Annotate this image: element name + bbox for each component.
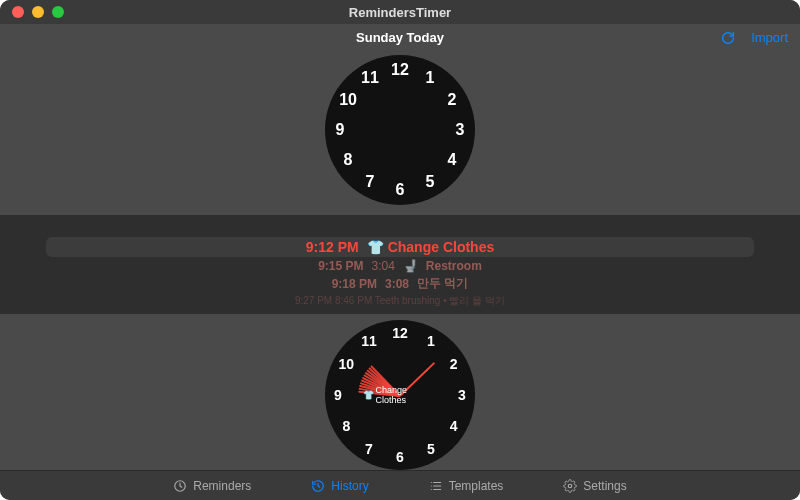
clock-number: 3: [458, 387, 466, 403]
event-time: 9:15 PM: [318, 259, 363, 273]
event-time: 9:18 PM: [332, 277, 377, 291]
top-clock: 121234567891011: [325, 55, 475, 205]
clock-number: 3: [456, 121, 465, 139]
event-row[interactable]: 9:18 PM 3:08 만두 먹기: [332, 275, 469, 292]
event-label: 만두 먹기: [417, 275, 468, 292]
minimize-icon[interactable]: [32, 6, 44, 18]
clock-number: 12: [392, 325, 408, 341]
clock-number: 1: [426, 69, 435, 87]
clock-number: 12: [391, 61, 409, 79]
history-icon: [311, 479, 325, 493]
bottom-clock-wrap: 121234567891011 👕 Change Clothes: [0, 314, 800, 470]
titlebar: RemindersTimer: [0, 0, 800, 24]
clock-number: 5: [426, 173, 435, 191]
event-label: Change Clothes: [388, 239, 495, 255]
clock-number: 4: [450, 418, 458, 434]
close-icon[interactable]: [12, 6, 24, 18]
nav-settings[interactable]: Settings: [563, 479, 626, 493]
clock-number: 10: [339, 91, 357, 109]
center-text: Change Clothes: [376, 385, 438, 405]
top-clock-wrap: 121234567891011: [0, 51, 800, 215]
clock-number: 1: [427, 333, 435, 349]
import-button[interactable]: Import: [751, 30, 788, 45]
restroom-icon: 🚽: [403, 259, 418, 273]
nav-reminders[interactable]: Reminders: [173, 479, 251, 493]
clock-number: 2: [448, 91, 457, 109]
window-title: RemindersTimer: [0, 5, 800, 20]
svg-point-1: [569, 484, 573, 488]
traffic-lights: [0, 6, 64, 18]
clock-number: 5: [427, 441, 435, 457]
content-area: Sunday Today Import 121234567891011 9:12…: [0, 24, 800, 500]
event-row-primary[interactable]: 9:12 PM 👕 Change Clothes: [46, 237, 755, 257]
event-label: 9:27 PM 8:46 PM Teeth brushing • 빨리 물 먹기: [295, 294, 505, 308]
bottom-nav: Reminders History Templates Settings: [0, 470, 800, 500]
nav-label: Templates: [449, 479, 504, 493]
list-icon: [429, 479, 443, 493]
clock-number: 10: [339, 356, 355, 372]
gear-icon: [563, 479, 577, 493]
clock-icon: [173, 479, 187, 493]
shirt-icon: 👕: [367, 239, 384, 255]
event-duration: 3:04: [371, 259, 394, 273]
nav-label: Reminders: [193, 479, 251, 493]
header-actions: Import: [719, 29, 788, 47]
refresh-icon: [720, 30, 736, 46]
clock-number: 4: [448, 151, 457, 169]
clock-number: 9: [334, 387, 342, 403]
event-row-faded: 9:27 PM 8:46 PM Teeth brushing • 빨리 물 먹기: [295, 294, 505, 308]
shirt-icon: 👕: [363, 390, 374, 400]
middle-band: 9:12 PM 👕 Change Clothes 9:15 PM 3:04 🚽 …: [0, 215, 800, 314]
nav-templates[interactable]: Templates: [429, 479, 504, 493]
event-row[interactable]: 9:15 PM 3:04 🚽 Restroom: [318, 259, 482, 273]
clock-number: 7: [365, 441, 373, 457]
clock-center-label: 👕 Change Clothes: [363, 385, 438, 405]
header-row: Sunday Today Import: [0, 24, 800, 51]
clock-number: 6: [396, 449, 404, 465]
clock-number: 7: [366, 173, 375, 191]
clock-number: 6: [396, 181, 405, 199]
event-duration: 3:08: [385, 277, 409, 291]
clock-number: 2: [450, 356, 458, 372]
clock-number: 11: [361, 333, 377, 349]
clock-number: 9: [336, 121, 345, 139]
event-label: Restroom: [426, 259, 482, 273]
clock-number: 8: [344, 151, 353, 169]
event-time: 9:12 PM: [306, 239, 359, 255]
nav-history[interactable]: History: [311, 479, 368, 493]
app-window: RemindersTimer Sunday Today Import 12123…: [0, 0, 800, 500]
zoom-icon[interactable]: [52, 6, 64, 18]
refresh-button[interactable]: [719, 29, 737, 47]
top-clock-face: 121234567891011: [325, 55, 475, 205]
bottom-clock: 121234567891011 👕 Change Clothes: [325, 320, 475, 470]
nav-label: Settings: [583, 479, 626, 493]
clock-number: 8: [342, 418, 350, 434]
event-list: 9:12 PM 👕 Change Clothes 9:15 PM 3:04 🚽 …: [0, 237, 800, 308]
day-label: Sunday Today: [356, 30, 444, 45]
nav-label: History: [331, 479, 368, 493]
clock-number: 11: [361, 69, 379, 87]
